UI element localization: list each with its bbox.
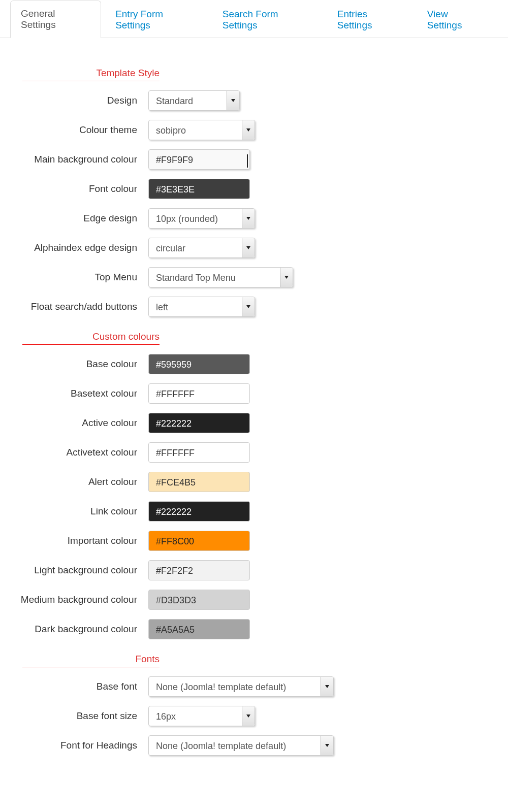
label-dark-bg-colour: Dark background colour: [0, 624, 148, 635]
select-headings-font-value: None (Joomla! template default): [156, 741, 286, 751]
tab-entry-form-settings[interactable]: Entry Form Settings: [105, 2, 208, 38]
tabs-bar: General Settings Entry Form Settings Sea…: [0, 0, 508, 38]
label-design: Design: [0, 95, 148, 106]
input-active-colour[interactable]: #222222: [148, 413, 250, 433]
section-header-template-style: Template Style: [22, 68, 160, 81]
label-base-font-size: Base font size: [0, 710, 148, 722]
input-link-colour[interactable]: #222222: [148, 501, 250, 522]
select-base-font-value: None (Joomla! template default): [156, 682, 286, 692]
chevron-down-icon: [280, 268, 293, 287]
select-colour-theme[interactable]: sobipro: [148, 120, 255, 140]
label-alert-colour: Alert colour: [0, 476, 148, 488]
select-edge-design[interactable]: 10px (rounded): [148, 208, 255, 229]
label-base-colour: Base colour: [0, 359, 148, 370]
input-font-colour[interactable]: #3E3E3E: [148, 179, 250, 199]
chevron-down-icon: [242, 297, 255, 316]
select-top-menu[interactable]: Standard Top Menu: [148, 267, 293, 287]
section-header-custom-colours: Custom colours: [22, 331, 160, 345]
text-cursor: [247, 154, 248, 168]
chevron-down-icon: [242, 706, 255, 726]
tab-view-settings[interactable]: View Settings: [417, 2, 494, 38]
label-basetext-colour: Basetext colour: [0, 388, 148, 399]
select-top-menu-value: Standard Top Menu: [156, 273, 236, 283]
input-dark-bg-colour[interactable]: #A5A5A5: [148, 619, 250, 639]
label-alphaindex-edge-design: Alphaindex edge design: [0, 242, 148, 253]
input-basetext-colour[interactable]: #FFFFFF: [148, 383, 250, 404]
tab-search-form-settings[interactable]: Search Form Settings: [212, 2, 323, 38]
select-base-font-size-value: 16px: [156, 711, 176, 722]
input-base-colour[interactable]: #595959: [148, 354, 250, 374]
label-top-menu: Top Menu: [0, 272, 148, 283]
chevron-down-icon: [242, 209, 255, 228]
label-float-search-add-buttons: Float search/add buttons: [0, 301, 148, 312]
chevron-down-icon: [227, 91, 239, 110]
chevron-down-icon: [242, 238, 255, 257]
label-activetext-colour: Activetext colour: [0, 447, 148, 458]
input-activetext-colour[interactable]: #FFFFFF: [148, 442, 250, 463]
label-main-bg-colour: Main background colour: [0, 154, 148, 165]
select-alphaindex-edge-design-value: circular: [156, 243, 185, 253]
input-alert-colour[interactable]: #FCE4B5: [148, 472, 250, 492]
label-active-colour: Active colour: [0, 417, 148, 429]
input-light-bg-colour[interactable]: #F2F2F2: [148, 560, 250, 580]
select-base-font-size[interactable]: 16px: [148, 706, 255, 726]
label-light-bg-colour: Light background colour: [0, 565, 148, 576]
select-alphaindex-edge-design[interactable]: circular: [148, 238, 255, 258]
chevron-down-icon: [321, 677, 333, 696]
label-medium-bg-colour: Medium background colour: [0, 594, 148, 605]
select-design-value: Standard: [156, 96, 193, 106]
label-font-colour: Font colour: [0, 183, 148, 194]
label-colour-theme: Colour theme: [0, 124, 148, 136]
label-link-colour: Link colour: [0, 506, 148, 517]
chevron-down-icon: [242, 120, 255, 140]
chevron-down-icon: [321, 736, 333, 755]
select-float-buttons[interactable]: left: [148, 297, 255, 317]
label-font-for-headings: Font for Headings: [0, 740, 148, 751]
label-edge-design: Edge design: [0, 213, 148, 224]
tab-general-settings[interactable]: General Settings: [10, 1, 101, 38]
select-base-font[interactable]: None (Joomla! template default): [148, 676, 334, 697]
select-colour-theme-value: sobipro: [156, 125, 186, 136]
input-main-bg-colour[interactable]: #F9F9F9: [148, 149, 250, 170]
label-important-colour: Important colour: [0, 535, 148, 546]
label-base-font: Base font: [0, 681, 148, 692]
select-design[interactable]: Standard: [148, 90, 240, 111]
select-headings-font[interactable]: None (Joomla! template default): [148, 735, 334, 756]
select-float-buttons-value: left: [156, 302, 168, 312]
input-important-colour[interactable]: #FF8C00: [148, 531, 250, 551]
select-edge-design-value: 10px (rounded): [156, 214, 218, 224]
input-medium-bg-colour[interactable]: #D3D3D3: [148, 590, 250, 610]
section-header-fonts: Fonts: [22, 654, 160, 667]
tab-entries-settings[interactable]: Entries Settings: [327, 2, 413, 38]
